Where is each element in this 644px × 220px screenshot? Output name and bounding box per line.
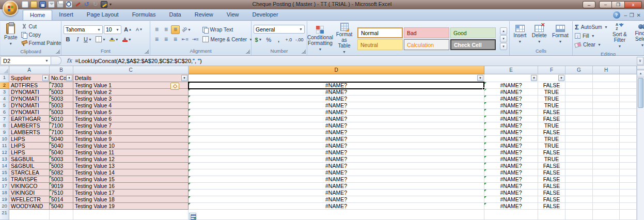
paste-button[interactable]: Paste▼ [3,23,19,47]
cell-details[interactable]: Testing Value 6 [73,116,189,122]
bold-button[interactable]: B [64,35,72,44]
align-left-button[interactable]: ≡ [152,35,161,44]
cell-partial[interactable] [620,143,637,149]
cell-partial[interactable] [620,176,637,183]
tab-home[interactable]: Home [23,10,52,20]
cell-supplier[interactable]: LAMBERTS [9,122,50,129]
cell-e[interactable]: #NAME? [484,102,538,109]
empty-cell[interactable] [538,210,566,220]
cell-details[interactable]: Testing Value 9 [73,136,189,143]
cell-h[interactable] [593,183,620,190]
number-dialog-launcher[interactable] [302,50,306,54]
autosum-button[interactable]: ΣAutoSum▼ [575,23,608,32]
cell-details[interactable]: Testing Value 8 [73,129,189,136]
cell-d[interactable]: #NAME? [189,116,484,122]
copy-button[interactable]: Copy [21,30,63,39]
cell-h[interactable] [593,89,620,96]
cell-details[interactable]: Testing Value 17 [73,190,189,196]
increase-decimal-button[interactable]: +.0 [284,35,293,44]
cell-g[interactable] [566,82,593,89]
row-header-21[interactable]: 21 [0,210,9,220]
tab-review[interactable]: Review [188,10,220,20]
row-header-15[interactable]: 15 [0,169,9,176]
cell-f[interactable]: TRUE [538,122,566,129]
column-header-h[interactable]: H [593,66,620,74]
filter-dropdown-icon[interactable]: ▼ [181,75,187,81]
cell-details[interactable]: Testing Value 12 [73,156,189,163]
cell-supplier[interactable]: DYNOMATI [9,109,50,116]
row-header-2[interactable]: 2 [0,82,9,89]
row-header-12[interactable]: 12 [0,149,9,156]
cell-noco[interactable]: 7510 [50,190,73,196]
filter-dropdown-icon[interactable]: ▼ [558,75,564,81]
row-header-5[interactable]: 5 [0,102,9,109]
cell-d[interactable]: #NAME? [189,143,484,149]
column-header-d[interactable]: D [189,66,484,74]
cell-g[interactable] [566,183,593,190]
cell-d[interactable]: #NAME? [189,156,484,163]
cell-details[interactable]: Testing Value 19 [73,203,189,210]
cell-g[interactable] [566,136,593,143]
fill-handle[interactable] [482,87,485,90]
row-header-8[interactable]: 8 [0,122,9,129]
help-icon[interactable]: ? [613,11,620,19]
cell-f[interactable]: FALSE [538,129,566,136]
cell-e[interactable]: #NAME? [484,143,538,149]
cell-d[interactable]: #NAME? [189,190,484,196]
row-header-3[interactable]: 3 [0,89,9,96]
formula-input[interactable]: =LookUpConcat(A2,$A$2:$A$20,$C$2:$C$20,"… [75,58,201,64]
cell-noco[interactable]: 5003 [50,102,73,109]
cell-supplier[interactable]: DYNOMATI [9,96,50,102]
cell-partial[interactable] [620,190,637,196]
grow-font-button[interactable]: A▲ [122,25,133,34]
cell-e[interactable]: #NAME? [484,129,538,136]
cell-g[interactable] [566,163,593,169]
format-as-table-button[interactable]: Format as Table▼ [334,22,354,55]
quick-print-icon[interactable] [57,1,64,8]
row-header-6[interactable]: 6 [0,109,9,116]
cell-partial[interactable] [620,89,637,96]
cell-e[interactable]: #NAME? [484,196,538,203]
scrollbar-thumb[interactable] [638,78,643,108]
cell-partial[interactable] [620,156,637,163]
cell-d[interactable]: #NAME? [189,109,484,116]
cell-details[interactable]: Testing Value 5 [73,109,189,116]
orientation-button[interactable]: ab▼ [180,25,193,34]
increase-indent-button[interactable]: ⇥≡ [191,35,200,44]
cell-noco[interactable]: 5040 [50,203,73,210]
cell-supplier[interactable]: STARCLEA [9,169,50,176]
column-header-c[interactable]: C [73,66,189,74]
macro-icon[interactable] [101,1,107,8]
filter-dropdown-icon[interactable]: ▼ [531,75,537,81]
cell-noco[interactable]: 5003 [50,176,73,183]
pen-icon[interactable] [74,1,81,8]
delete-cells-button[interactable]: Delete▼ [530,24,548,45]
cell-partial[interactable] [620,116,637,122]
cell-f[interactable]: FALSE [538,176,566,183]
tab-formulas[interactable]: Formulas [125,10,163,20]
tab-view[interactable]: View [220,10,246,20]
cell-f[interactable]: FALSE [538,190,566,196]
insert-cells-button[interactable]: Insert▼ [512,24,528,45]
cell-e[interactable]: #NAME? [484,96,538,102]
cell-f[interactable]: FALSE [538,169,566,176]
cell-details[interactable]: Testing Value 4 [73,102,189,109]
row-header-19[interactable]: 19 [0,196,9,203]
font-dialog-launcher[interactable] [145,50,149,54]
gallery-scroll-up[interactable]: ▲ [500,27,507,35]
cell-f[interactable]: TRUE [538,143,566,149]
row-header-1[interactable]: 1 [0,74,9,82]
clear-button[interactable]: Clear▼ [575,41,608,49]
cell-details[interactable]: Testing Value 3 [73,96,189,102]
cell-g[interactable] [566,143,593,149]
row-header-20[interactable]: 20 [0,203,9,210]
cell-d[interactable]: #NAME? [189,183,484,190]
insert-function-icon[interactable]: fx [67,57,72,64]
row-header-10[interactable]: 10 [0,136,9,143]
merge-center-button[interactable]: Merge & Center▼ [202,35,253,43]
tab-developer[interactable]: Developer [245,10,285,20]
cell-h[interactable] [593,122,620,129]
cell-supplier[interactable]: ADTFIRES [9,82,50,89]
empty-cell[interactable] [9,210,50,220]
cell-noco[interactable]: 5040 [50,136,73,143]
